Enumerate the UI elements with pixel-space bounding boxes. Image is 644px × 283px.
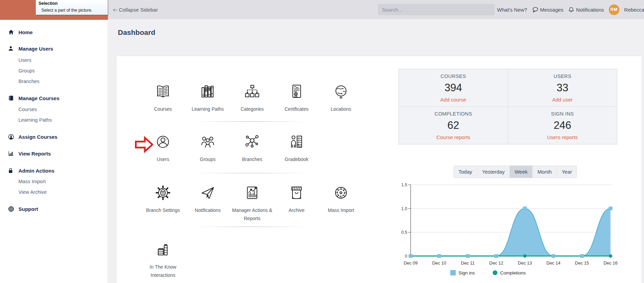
sidebar-item-users[interactable]: Users bbox=[0, 55, 108, 65]
stat-courses: COURSES 394 Add course bbox=[399, 69, 508, 107]
grid-item-branch-settings[interactable]: Branch Settings bbox=[140, 185, 186, 215]
sidebar-item-label: Manage Users bbox=[18, 46, 53, 52]
grid-item-groups[interactable]: Groups bbox=[185, 134, 230, 164]
sidebar-item-label: Groups bbox=[18, 68, 35, 73]
book-icon bbox=[8, 95, 15, 101]
sidebar-item-mass-import[interactable]: Mass Import bbox=[0, 176, 108, 187]
sidebar-item-label: Users bbox=[18, 57, 31, 63]
grid-item-label: Locations bbox=[318, 105, 364, 113]
grid-item-certificates[interactable]: Certificates bbox=[274, 83, 319, 113]
add-course-link[interactable]: Add course bbox=[440, 97, 466, 103]
messages-label: Messages bbox=[540, 7, 563, 13]
svg-text:Dec 15: Dec 15 bbox=[575, 260, 589, 266]
sidebar-item-home[interactable]: Home bbox=[0, 27, 108, 37]
grid-item-label: Mass Import bbox=[318, 206, 364, 215]
sidebar-item-label: Home bbox=[18, 29, 33, 35]
grid-item-branches[interactable]: Branches bbox=[230, 134, 275, 164]
grid-item-label: Notifications bbox=[185, 206, 230, 215]
tab-today[interactable]: Today bbox=[454, 166, 477, 178]
grid-item-in-the-know-interactions[interactable]: In The Know Interactions bbox=[140, 241, 186, 280]
paper-plane-icon bbox=[200, 185, 216, 201]
support-icon bbox=[8, 206, 15, 212]
svg-text:Dec 16: Dec 16 bbox=[603, 260, 617, 266]
legend-label: Sign ins bbox=[458, 270, 475, 275]
globe-icon bbox=[333, 83, 349, 100]
row-divider bbox=[194, 173, 307, 173]
sidebar-item-label: Branches bbox=[18, 79, 39, 84]
grid-item-manager-actions-reports[interactable]: Manager Actions & Reports bbox=[230, 185, 275, 223]
avatar[interactable]: RM bbox=[609, 4, 619, 15]
grid-item-notifications[interactable]: Notifications bbox=[185, 185, 230, 215]
tab-week[interactable]: Week bbox=[510, 166, 533, 178]
chart-period-tabs: Today Yesterday Week Month Year bbox=[453, 165, 577, 178]
course-reports-link[interactable]: Course reports bbox=[436, 134, 470, 140]
sidebar-item-groups[interactable]: Groups bbox=[0, 66, 108, 76]
grid-item-label: Gradebook bbox=[274, 156, 319, 164]
grid-item-gradebook[interactable]: Gradebook bbox=[274, 134, 319, 164]
search-input[interactable] bbox=[378, 4, 495, 15]
page-title: Dashboard bbox=[118, 28, 155, 37]
grid-item-locations[interactable]: Locations bbox=[318, 83, 364, 113]
grid-item-label: Learning Paths bbox=[185, 105, 230, 113]
gradebook-icon bbox=[288, 134, 305, 150]
lock-icon bbox=[8, 168, 15, 173]
stat-value: 33 bbox=[557, 82, 568, 94]
network-icon bbox=[244, 134, 260, 150]
import-globe-icon bbox=[333, 185, 349, 201]
add-user-link[interactable]: Add user bbox=[552, 97, 573, 103]
sidebar-item-manage-courses[interactable]: Manage Courses bbox=[0, 93, 108, 103]
certificate-icon bbox=[288, 83, 305, 100]
tab-month[interactable]: Month bbox=[533, 166, 557, 178]
sidebar-item-branches[interactable]: Branches bbox=[0, 76, 108, 86]
svg-text:Dec 12: Dec 12 bbox=[489, 260, 503, 266]
snip-tooltip: Selection Select a part of the picture. bbox=[36, 0, 108, 15]
svg-text:1.0: 1.0 bbox=[401, 206, 407, 211]
grid-item-archive[interactable]: Archive bbox=[274, 185, 319, 215]
sidebar-item-view-archive[interactable]: View Archive bbox=[0, 187, 108, 197]
stat-label: COURSES bbox=[440, 73, 466, 79]
grid-item-courses[interactable]: Courses bbox=[140, 83, 186, 113]
svg-text:Dec 14: Dec 14 bbox=[546, 260, 560, 266]
collapse-sidebar-link[interactable]: <- Collapse Sidebar bbox=[113, 0, 158, 19]
stat-value: 394 bbox=[444, 82, 462, 94]
chat-bubble-icon bbox=[532, 6, 538, 13]
sidebar-item-view-reports[interactable]: View Reports bbox=[0, 148, 108, 159]
sidebar-item-courses[interactable]: Courses bbox=[0, 104, 108, 114]
gear-face-icon bbox=[155, 185, 171, 201]
grid-item-label: Groups bbox=[185, 156, 230, 164]
open-book-icon bbox=[155, 83, 171, 100]
snip-tooltip-title: Selection bbox=[39, 1, 105, 6]
svg-text:0: 0 bbox=[405, 254, 407, 259]
assign-icon bbox=[8, 134, 15, 140]
home-icon bbox=[8, 29, 15, 35]
svg-text:0.5: 0.5 bbox=[401, 230, 407, 235]
tab-year[interactable]: Year bbox=[557, 166, 577, 178]
sidebar-item-support[interactable]: Support bbox=[0, 204, 108, 214]
stat-value: 62 bbox=[448, 119, 459, 132]
grid-item-categories[interactable]: Categories bbox=[230, 83, 275, 113]
sidebar-item-admin-actions[interactable]: Admin Actions bbox=[0, 165, 108, 176]
whats-new-link[interactable]: What's New? bbox=[497, 7, 527, 13]
grid-item-learning-paths[interactable]: Learning Paths bbox=[185, 83, 230, 113]
row-divider bbox=[194, 227, 307, 227]
notifications-label: Notifications bbox=[576, 7, 604, 13]
legend-label: Completions bbox=[500, 270, 526, 275]
sidebar-item-manage-users[interactable]: Manage Users bbox=[0, 43, 108, 54]
users-reports-link[interactable]: Users reports bbox=[547, 134, 578, 140]
grid-item-mass-import[interactable]: Mass Import bbox=[318, 185, 364, 215]
dashboard-page: <- Collapse Sidebar What's New? Messages… bbox=[0, 0, 644, 283]
grid-item-label: Branch Settings bbox=[140, 206, 186, 215]
stat-signins: SIGN INS 246 Users reports bbox=[508, 107, 617, 144]
messages-link[interactable]: Messages bbox=[532, 6, 563, 13]
bell-icon bbox=[568, 6, 574, 13]
notifications-link[interactable]: Notifications bbox=[568, 6, 604, 13]
username[interactable]: Rebecca- bbox=[624, 7, 644, 13]
tab-yesterday[interactable]: Yesterday bbox=[477, 166, 510, 178]
signins-swatch-icon bbox=[450, 270, 456, 275]
sidebar-item-label: Mass Import bbox=[18, 179, 46, 184]
stat-label: USERS bbox=[553, 73, 571, 79]
sidebar-item-learning-paths[interactable]: Learning Paths bbox=[0, 115, 108, 125]
sidebar-item-assign-courses[interactable]: Assign Courses bbox=[0, 132, 108, 142]
sidebar-item-label: Support bbox=[18, 206, 38, 212]
topbar-right-cluster: What's New? Messages Notifications RM Re… bbox=[497, 0, 644, 19]
